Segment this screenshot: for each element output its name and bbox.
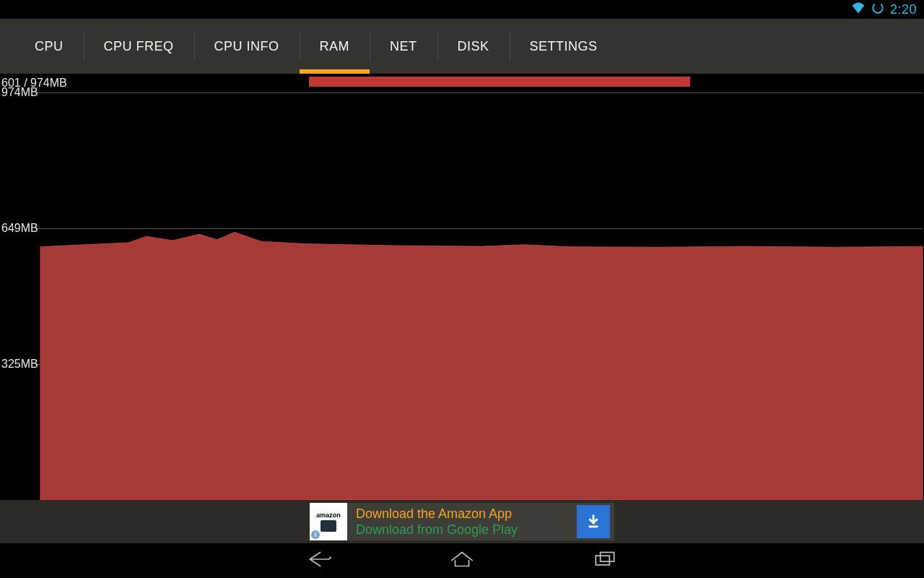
tab-settings[interactable]: SETTINGS (510, 19, 618, 74)
tab-bar: CPU CPU FREQ CPU INFO RAM NET DISK SETTI… (0, 19, 924, 74)
system-nav-bar (0, 543, 924, 578)
tab-label: CPU FREQ (104, 39, 174, 54)
ram-chart: 601 / 974MB 325MB649MB974MB (0, 74, 924, 500)
svg-rect-3 (601, 553, 614, 562)
status-bar: 2:20 (0, 0, 924, 19)
svg-point-0 (871, 1, 884, 14)
cart-icon (321, 520, 336, 532)
ad-title: Download the Amazon App (356, 506, 518, 522)
wifi-icon (851, 2, 866, 17)
ram-area-plot (0, 74, 924, 500)
ad-text: Download the Amazon App Download from Go… (356, 506, 518, 538)
info-icon: i (311, 530, 320, 539)
ad-strip: amazon i Download the Amazon App Downloa… (0, 500, 924, 543)
ad-brand: amazon (316, 512, 341, 519)
download-arrow-icon (585, 514, 601, 530)
tab-label: CPU (35, 39, 64, 54)
tab-label: CPU INFO (214, 39, 279, 54)
tab-disk[interactable]: DISK (437, 19, 510, 74)
recents-button[interactable] (591, 548, 619, 573)
ad-subtitle: Download from Google Play (356, 522, 518, 538)
ad-download-button[interactable] (577, 505, 610, 538)
ad-card[interactable]: amazon i Download the Amazon App Downloa… (310, 503, 614, 540)
tab-ram[interactable]: RAM (300, 19, 370, 74)
tab-net[interactable]: NET (370, 19, 437, 74)
back-button[interactable] (305, 548, 333, 573)
tab-cpu-freq[interactable]: CPU FREQ (84, 19, 194, 74)
svg-rect-2 (596, 556, 609, 565)
svg-rect-1 (589, 526, 598, 528)
clock: 2:20 (890, 2, 917, 17)
tab-label: RAM (320, 39, 350, 54)
tab-label: NET (390, 39, 417, 54)
loading-spinner-icon (871, 1, 884, 17)
tab-cpu[interactable]: CPU (14, 19, 84, 74)
tab-label: DISK (458, 39, 489, 54)
home-button[interactable] (448, 548, 476, 573)
ad-app-icon: amazon i (310, 503, 347, 540)
tab-label: SETTINGS (530, 39, 598, 54)
tab-cpu-info[interactable]: CPU INFO (194, 19, 300, 74)
